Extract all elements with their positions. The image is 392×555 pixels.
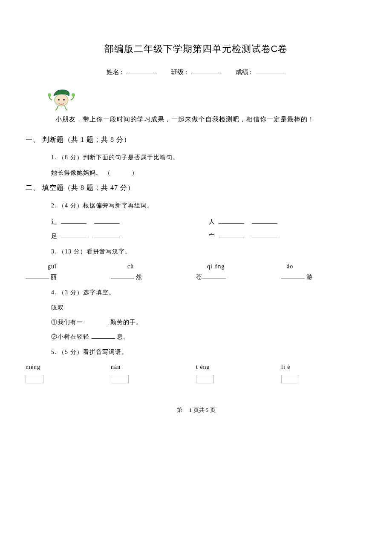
q4-l2-suffix: 息。 (117, 334, 130, 340)
q5-pinyin-b: nán (111, 364, 196, 371)
section-2-title: 二、 填空题（共 8 题；共 47 分） (26, 184, 366, 193)
q2-radical-chuo: 辶 (51, 218, 58, 226)
q5-pinyin-c: t éng (196, 364, 281, 371)
q2-radical-ren: 人 (209, 218, 215, 226)
q2-blank[interactable] (61, 232, 86, 238)
class-label: 班级 : (171, 69, 187, 75)
q4-line-1: ①我们有一 勤劳的手。 (51, 318, 366, 326)
q2-blank[interactable] (219, 232, 244, 238)
q5-pinyin-a: méng (26, 364, 111, 371)
q2-radical-zu: 足 (51, 233, 58, 240)
pager-value: 1 页共 5 页 (189, 407, 216, 413)
q3-pinyin-c: qi óng (207, 263, 287, 270)
q3-blank[interactable] (26, 273, 49, 279)
q4-l1-suffix: 勤劳的手。 (110, 319, 142, 325)
q5-answer-box[interactable] (196, 375, 214, 383)
q3-blank[interactable] (281, 273, 305, 279)
name-label: 姓名 : (107, 69, 123, 75)
q4-blank[interactable] (92, 332, 115, 339)
page-title: 部编版二年级下学期第四单元检测试卷C卷 (26, 43, 366, 55)
q2-blank[interactable] (94, 232, 120, 238)
page-number: 第 1 页共 5 页 (26, 406, 366, 414)
q3-pinyin-row: guī cù qi óng áo (48, 263, 366, 270)
q1-text: 1. （8 分）判断下面的句子是否属于比喻句。 (51, 154, 366, 161)
q2-blank[interactable] (94, 217, 120, 224)
q1-sentence-text: 她长得像她妈妈。 （ (51, 170, 111, 176)
q4-text: 4. （3 分）选字填空。 (51, 289, 366, 296)
name-input-line[interactable] (127, 67, 156, 74)
q2-blank[interactable] (219, 217, 244, 224)
q4-line-2: ②小树在轻轻 息。 (51, 332, 366, 341)
q5-answer-box[interactable] (26, 375, 43, 383)
q2-blank[interactable] (61, 217, 86, 224)
svg-point-3 (48, 93, 51, 97)
q2-radical-mian: 宀 (209, 233, 215, 240)
section-1-title: 一、 判断题（共 1 题；共 8 分） (26, 135, 366, 144)
q3-hanzi-a: 丽 (51, 273, 57, 281)
svg-point-4 (72, 93, 75, 97)
q5-text: 5. （5 分）看拼音写词语。 (51, 348, 366, 356)
q4-words: 叹双 (51, 304, 366, 312)
q1-close-paren: ） (132, 170, 138, 176)
score-label: 成绩 : (236, 69, 252, 75)
q1-sentence: 她长得像她妈妈。 （ ） (51, 169, 366, 177)
svg-point-1 (58, 99, 60, 101)
q3-blank[interactable] (202, 273, 226, 279)
q5-pinyin-d: li è (281, 364, 366, 371)
q3-hanzi-b: 然 (136, 273, 142, 281)
q3-pinyin-a: guī (48, 263, 127, 270)
q2-text: 2. （4 分）根据偏旁写新字再组词。 (51, 202, 366, 210)
q5-answer-box[interactable] (111, 375, 129, 383)
intro-text: 小朋友，带上你一段时间的学习成果，一起来做个自我检测吧，相信你一定是最棒的！ (55, 115, 366, 124)
q5-answer-box[interactable] (281, 375, 299, 383)
q4-l2-prefix: ②小树在轻轻 (51, 334, 89, 340)
q3-hanzi-c-prefix: 苍 (196, 273, 202, 281)
q3-hanzi-row: 丽 然 苍 游 (26, 273, 366, 281)
q2-blank[interactable] (252, 217, 277, 224)
score-input-line[interactable] (256, 67, 285, 74)
q5-pinyin-row: méng nán t éng li è (26, 364, 366, 371)
q3-text: 3. （13 分）看拼音写汉字。 (51, 248, 366, 256)
info-line: 姓名 : 班级 : 成绩 : (26, 67, 366, 76)
class-input-line[interactable] (191, 67, 221, 74)
q4-l1-prefix: ①我们有一 (51, 319, 83, 325)
svg-point-2 (63, 99, 65, 101)
q2-row-b: 足 宀 (51, 232, 366, 240)
q2-blank[interactable] (252, 232, 277, 238)
q4-blank[interactable] (85, 318, 109, 324)
q5-box-row (26, 375, 366, 385)
q3-hanzi-d: 游 (306, 273, 313, 281)
q3-blank[interactable] (111, 273, 134, 279)
q3-pinyin-d: áo (287, 263, 366, 270)
pager-prefix: 第 (177, 407, 182, 413)
mascot-icon (47, 86, 78, 111)
q2-row-a: 辶 人 (51, 217, 366, 226)
q3-pinyin-b: cù (127, 263, 207, 270)
